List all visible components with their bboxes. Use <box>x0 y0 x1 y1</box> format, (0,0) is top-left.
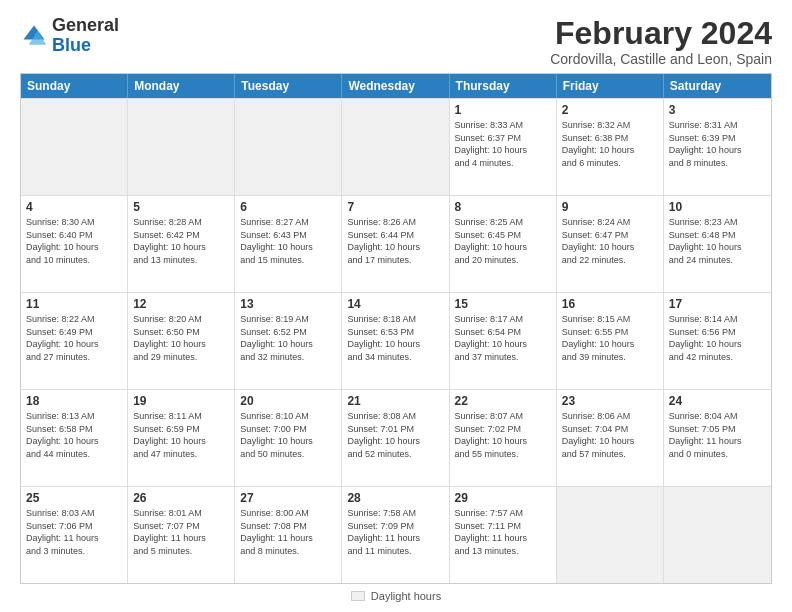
table-row <box>664 487 771 583</box>
table-row: 8Sunrise: 8:25 AM Sunset: 6:45 PM Daylig… <box>450 196 557 292</box>
day-header-tuesday: Tuesday <box>235 74 342 98</box>
day-number: 26 <box>133 491 229 505</box>
day-number: 5 <box>133 200 229 214</box>
table-row: 29Sunrise: 7:57 AM Sunset: 7:11 PM Dayli… <box>450 487 557 583</box>
day-info: Sunrise: 8:11 AM Sunset: 6:59 PM Dayligh… <box>133 410 229 460</box>
day-number: 15 <box>455 297 551 311</box>
day-info: Sunrise: 8:31 AM Sunset: 6:39 PM Dayligh… <box>669 119 766 169</box>
day-header-sunday: Sunday <box>21 74 128 98</box>
day-number: 22 <box>455 394 551 408</box>
table-row: 20Sunrise: 8:10 AM Sunset: 7:00 PM Dayli… <box>235 390 342 486</box>
day-number: 23 <box>562 394 658 408</box>
table-row: 27Sunrise: 8:00 AM Sunset: 7:08 PM Dayli… <box>235 487 342 583</box>
day-number: 4 <box>26 200 122 214</box>
table-row <box>342 99 449 195</box>
day-info: Sunrise: 8:14 AM Sunset: 6:56 PM Dayligh… <box>669 313 766 363</box>
table-row: 14Sunrise: 8:18 AM Sunset: 6:53 PM Dayli… <box>342 293 449 389</box>
day-info: Sunrise: 8:06 AM Sunset: 7:04 PM Dayligh… <box>562 410 658 460</box>
day-info: Sunrise: 8:17 AM Sunset: 6:54 PM Dayligh… <box>455 313 551 363</box>
table-row: 12Sunrise: 8:20 AM Sunset: 6:50 PM Dayli… <box>128 293 235 389</box>
day-info: Sunrise: 8:15 AM Sunset: 6:55 PM Dayligh… <box>562 313 658 363</box>
table-row: 25Sunrise: 8:03 AM Sunset: 7:06 PM Dayli… <box>21 487 128 583</box>
day-number: 7 <box>347 200 443 214</box>
logo-blue: Blue <box>52 35 91 55</box>
day-number: 14 <box>347 297 443 311</box>
day-number: 25 <box>26 491 122 505</box>
day-number: 19 <box>133 394 229 408</box>
footer-legend: Daylight hours <box>351 590 441 602</box>
legend-label: Daylight hours <box>371 590 441 602</box>
day-number: 12 <box>133 297 229 311</box>
logo: General Blue <box>20 16 119 56</box>
table-row: 16Sunrise: 8:15 AM Sunset: 6:55 PM Dayli… <box>557 293 664 389</box>
table-row: 9Sunrise: 8:24 AM Sunset: 6:47 PM Daylig… <box>557 196 664 292</box>
day-info: Sunrise: 8:30 AM Sunset: 6:40 PM Dayligh… <box>26 216 122 266</box>
table-row <box>557 487 664 583</box>
day-header-wednesday: Wednesday <box>342 74 449 98</box>
day-info: Sunrise: 8:13 AM Sunset: 6:58 PM Dayligh… <box>26 410 122 460</box>
day-info: Sunrise: 8:22 AM Sunset: 6:49 PM Dayligh… <box>26 313 122 363</box>
day-number: 16 <box>562 297 658 311</box>
day-number: 9 <box>562 200 658 214</box>
table-row: 2Sunrise: 8:32 AM Sunset: 6:38 PM Daylig… <box>557 99 664 195</box>
table-row: 23Sunrise: 8:06 AM Sunset: 7:04 PM Dayli… <box>557 390 664 486</box>
calendar: SundayMondayTuesdayWednesdayThursdayFrid… <box>20 73 772 584</box>
day-number: 11 <box>26 297 122 311</box>
day-info: Sunrise: 8:00 AM Sunset: 7:08 PM Dayligh… <box>240 507 336 557</box>
day-number: 21 <box>347 394 443 408</box>
day-info: Sunrise: 8:18 AM Sunset: 6:53 PM Dayligh… <box>347 313 443 363</box>
day-info: Sunrise: 8:19 AM Sunset: 6:52 PM Dayligh… <box>240 313 336 363</box>
day-number: 27 <box>240 491 336 505</box>
table-row: 13Sunrise: 8:19 AM Sunset: 6:52 PM Dayli… <box>235 293 342 389</box>
table-row <box>21 99 128 195</box>
day-info: Sunrise: 8:32 AM Sunset: 6:38 PM Dayligh… <box>562 119 658 169</box>
day-number: 17 <box>669 297 766 311</box>
day-info: Sunrise: 8:28 AM Sunset: 6:42 PM Dayligh… <box>133 216 229 266</box>
footer: Daylight hours <box>20 590 772 602</box>
day-header-friday: Friday <box>557 74 664 98</box>
day-number: 1 <box>455 103 551 117</box>
month-title: February 2024 <box>550 16 772 51</box>
calendar-week-2: 11Sunrise: 8:22 AM Sunset: 6:49 PM Dayli… <box>21 292 771 389</box>
calendar-body: 1Sunrise: 8:33 AM Sunset: 6:37 PM Daylig… <box>21 98 771 583</box>
table-row: 17Sunrise: 8:14 AM Sunset: 6:56 PM Dayli… <box>664 293 771 389</box>
day-number: 18 <box>26 394 122 408</box>
table-row <box>128 99 235 195</box>
day-info: Sunrise: 7:57 AM Sunset: 7:11 PM Dayligh… <box>455 507 551 557</box>
calendar-week-1: 4Sunrise: 8:30 AM Sunset: 6:40 PM Daylig… <box>21 195 771 292</box>
day-header-thursday: Thursday <box>450 74 557 98</box>
calendar-week-0: 1Sunrise: 8:33 AM Sunset: 6:37 PM Daylig… <box>21 98 771 195</box>
calendar-header: SundayMondayTuesdayWednesdayThursdayFrid… <box>21 74 771 98</box>
day-header-saturday: Saturday <box>664 74 771 98</box>
table-row: 1Sunrise: 8:33 AM Sunset: 6:37 PM Daylig… <box>450 99 557 195</box>
day-number: 3 <box>669 103 766 117</box>
day-number: 8 <box>455 200 551 214</box>
day-number: 28 <box>347 491 443 505</box>
day-number: 10 <box>669 200 766 214</box>
day-info: Sunrise: 8:33 AM Sunset: 6:37 PM Dayligh… <box>455 119 551 169</box>
day-number: 24 <box>669 394 766 408</box>
day-info: Sunrise: 8:08 AM Sunset: 7:01 PM Dayligh… <box>347 410 443 460</box>
table-row: 10Sunrise: 8:23 AM Sunset: 6:48 PM Dayli… <box>664 196 771 292</box>
logo-general: General <box>52 15 119 35</box>
day-info: Sunrise: 8:26 AM Sunset: 6:44 PM Dayligh… <box>347 216 443 266</box>
day-info: Sunrise: 7:58 AM Sunset: 7:09 PM Dayligh… <box>347 507 443 557</box>
calendar-week-4: 25Sunrise: 8:03 AM Sunset: 7:06 PM Dayli… <box>21 486 771 583</box>
day-header-monday: Monday <box>128 74 235 98</box>
table-row: 6Sunrise: 8:27 AM Sunset: 6:43 PM Daylig… <box>235 196 342 292</box>
table-row <box>235 99 342 195</box>
day-info: Sunrise: 8:27 AM Sunset: 6:43 PM Dayligh… <box>240 216 336 266</box>
table-row: 11Sunrise: 8:22 AM Sunset: 6:49 PM Dayli… <box>21 293 128 389</box>
day-info: Sunrise: 8:25 AM Sunset: 6:45 PM Dayligh… <box>455 216 551 266</box>
day-info: Sunrise: 8:20 AM Sunset: 6:50 PM Dayligh… <box>133 313 229 363</box>
location-subtitle: Cordovilla, Castille and Leon, Spain <box>550 51 772 67</box>
day-number: 20 <box>240 394 336 408</box>
table-row: 24Sunrise: 8:04 AM Sunset: 7:05 PM Dayli… <box>664 390 771 486</box>
day-number: 6 <box>240 200 336 214</box>
table-row: 3Sunrise: 8:31 AM Sunset: 6:39 PM Daylig… <box>664 99 771 195</box>
day-info: Sunrise: 8:04 AM Sunset: 7:05 PM Dayligh… <box>669 410 766 460</box>
logo-icon <box>20 22 48 50</box>
day-info: Sunrise: 8:23 AM Sunset: 6:48 PM Dayligh… <box>669 216 766 266</box>
legend-box <box>351 591 365 601</box>
page-header: General Blue February 2024 Cordovilla, C… <box>20 16 772 67</box>
